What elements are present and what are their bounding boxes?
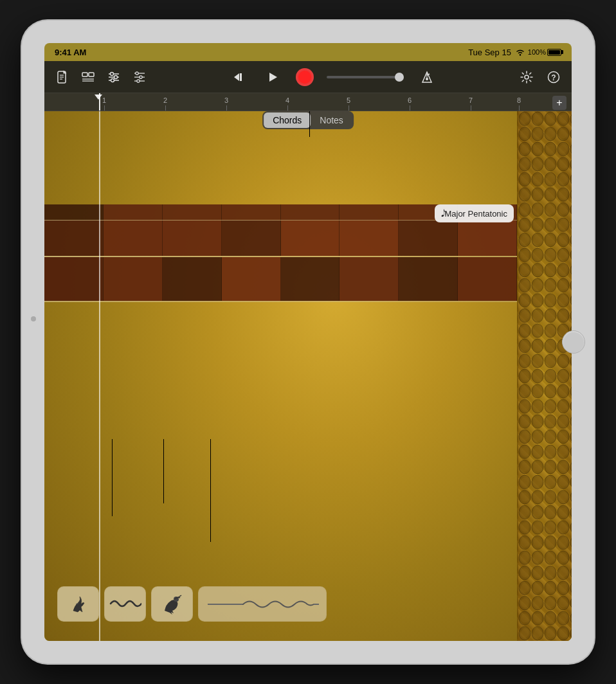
svg-rect-22 — [240, 73, 242, 81]
ruler-mark-3: 3 — [224, 96, 228, 111]
mixer-button[interactable] — [104, 67, 124, 87]
home-button[interactable] — [562, 330, 585, 354]
note-strum-button[interactable] — [57, 586, 99, 622]
scale-label: 𝅘𝅥𝅮 Major Pentatonic — [435, 204, 514, 222]
svg-point-20 — [137, 79, 140, 82]
wifi-icon — [515, 48, 525, 56]
svg-point-19 — [140, 75, 142, 78]
background — [44, 111, 572, 641]
main-playhead — [99, 111, 100, 641]
help-button[interactable]: ? — [543, 67, 564, 87]
svg-point-27 — [426, 78, 428, 80]
ruler-mark-8: 8 — [517, 96, 521, 111]
snake-scale-texture — [518, 111, 572, 641]
snake-skin-panel — [517, 111, 572, 641]
side-indicator — [31, 316, 36, 321]
status-bar: 9:41 AM Tue Sep 15 100% — [44, 43, 572, 61]
tracks-button[interactable] — [78, 67, 98, 87]
ruler-mark-1: 1 — [102, 96, 106, 111]
toolbar: ? — [44, 61, 572, 93]
svg-rect-33 — [518, 111, 572, 641]
bottom-controls — [57, 586, 327, 622]
status-time: 9:41 AM — [55, 48, 86, 57]
status-icons: 100% — [515, 48, 561, 56]
vibrato-button[interactable] — [104, 586, 146, 622]
string-row-2[interactable] — [44, 221, 517, 256]
status-date: Tue Sep 15 — [468, 48, 511, 57]
ruler-mark-2: 2 — [163, 96, 167, 111]
ruler-mark-7: 7 — [469, 96, 473, 111]
svg-point-13 — [114, 75, 118, 78]
rewind-button[interactable] — [229, 67, 249, 87]
svg-point-28 — [525, 75, 529, 79]
chords-tab[interactable]: Chords — [264, 113, 311, 128]
playhead-arrow — [95, 94, 102, 100]
guitar-string-3 — [44, 301, 517, 302]
whammy-button[interactable] — [151, 586, 193, 622]
playhead-thumb — [395, 73, 404, 82]
chords-notes-toggle: Chords Notes — [262, 111, 354, 129]
ruler-mark-5: 5 — [347, 96, 350, 111]
playhead-line-ruler — [99, 93, 100, 111]
svg-marker-23 — [269, 73, 277, 82]
annotation-line-bottom-center — [163, 439, 164, 503]
gear-button[interactable] — [516, 67, 537, 87]
battery-pct: 100% — [528, 48, 546, 56]
add-track-button[interactable]: + — [552, 96, 566, 110]
playhead-slider[interactable] — [327, 76, 404, 78]
annotation-line-bottom-left — [112, 439, 113, 516]
record-button[interactable] — [296, 68, 314, 86]
scale-name: Major Pentatonic — [444, 209, 507, 219]
notes-tab[interactable]: Notes — [311, 113, 352, 128]
sustain-button[interactable] — [198, 586, 327, 622]
ruler-mark-4: 4 — [285, 96, 289, 111]
svg-point-0 — [520, 54, 521, 55]
annotation-line-bottom-right — [210, 439, 211, 542]
annotation-line-top — [309, 111, 310, 137]
svg-point-18 — [136, 71, 138, 74]
svg-rect-5 — [82, 73, 87, 76]
string-row-3[interactable] — [44, 257, 517, 301]
main-content: 𝅘𝅥𝅮 Major Pentatonic — [44, 111, 572, 641]
ipad-frame: 9:41 AM Tue Sep 15 100% — [22, 21, 594, 663]
ruler-mark-6: 6 — [408, 96, 412, 111]
svg-marker-21 — [234, 73, 239, 81]
svg-rect-6 — [89, 73, 94, 76]
svg-text:?: ? — [551, 73, 556, 82]
record-indicator — [298, 71, 311, 84]
svg-point-14 — [111, 78, 114, 82]
battery-indicator: 100% — [528, 48, 561, 56]
timeline-ruler: 1 2 3 4 5 — [44, 93, 572, 111]
metronome-button[interactable] — [417, 67, 437, 87]
smart-controls-button[interactable] — [129, 67, 150, 87]
ipad-screen: 9:41 AM Tue Sep 15 100% — [44, 43, 572, 641]
play-button[interactable] — [262, 67, 283, 87]
svg-point-12 — [111, 72, 114, 75]
snake-pattern — [518, 111, 572, 641]
new-song-button[interactable] — [52, 67, 73, 87]
